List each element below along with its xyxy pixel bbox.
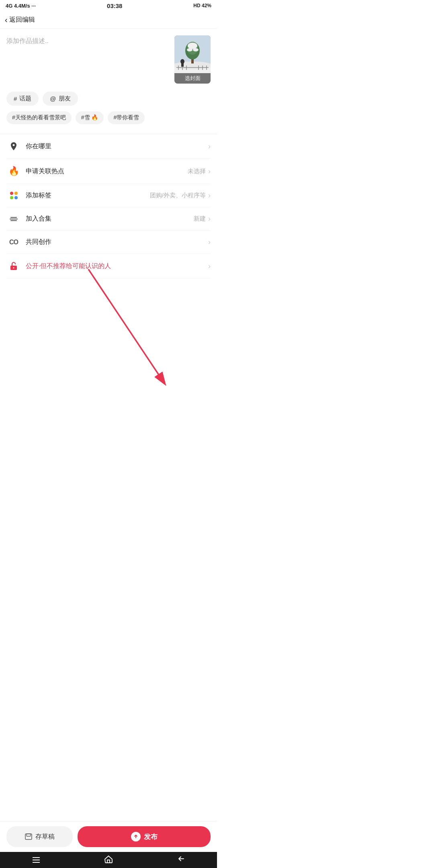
hotpoint-arrow-icon: › xyxy=(208,167,211,176)
collab-arrow-icon: › xyxy=(208,238,211,246)
collection-label: 加入合集 xyxy=(26,215,194,223)
fire-icon: 🔥 xyxy=(6,166,21,176)
mention-button[interactable]: @ 朋友 xyxy=(43,92,78,106)
location-icon xyxy=(6,141,21,151)
back-button[interactable]: ‹ 返回编辑 xyxy=(5,15,35,25)
description-input[interactable]: 添加作品描述.. xyxy=(6,35,170,84)
hashtag-label: 话题 xyxy=(19,95,31,102)
status-left: 4G 4.4M/s ··· xyxy=(6,3,36,9)
menu-item-collab[interactable]: CO 共同创作 › xyxy=(6,231,211,254)
back-label: 返回编辑 xyxy=(9,16,35,24)
content-area: 添加作品描述.. xyxy=(0,29,217,126)
status-bar: 4G 4.4M/s ··· 03:38 HD 42% xyxy=(0,0,217,11)
back-arrow-icon: ‹ xyxy=(5,15,8,25)
collab-label: 共同创作 xyxy=(26,238,206,246)
svg-point-6 xyxy=(188,43,197,49)
bottom-spacer xyxy=(0,278,217,319)
status-time: 03:38 xyxy=(107,2,122,9)
menu-item-collection[interactable]: 加入合集 新建 › xyxy=(6,207,211,231)
tags-label: 添加标签 xyxy=(26,191,150,200)
layers-icon xyxy=(6,217,21,221)
location-arrow-icon: › xyxy=(208,142,211,151)
page-wrapper: 4G 4.4M/s ··· 03:38 HD 42% ‹ 返回编辑 添加作品描述… xyxy=(0,0,217,434)
menu-item-privacy[interactable]: 公开·但不推荐给可能认识的人 › xyxy=(6,254,211,278)
dots-icon xyxy=(6,192,21,199)
thumbnail-wrap[interactable]: 选封面 xyxy=(174,35,211,84)
hashtag-icon: # xyxy=(14,95,17,102)
menu-item-tags[interactable]: 添加标签 团购/外卖、小程序等 › xyxy=(6,184,211,207)
header: ‹ 返回编辑 xyxy=(0,11,217,29)
status-right: HD 42% xyxy=(193,3,211,8)
privacy-arrow-icon: › xyxy=(208,262,211,270)
tags-value: 团购/外卖、小程序等 xyxy=(150,192,206,199)
co-icon: CO xyxy=(6,239,21,246)
tag-buttons-row: # 话题 @ 朋友 xyxy=(6,92,211,106)
hashtag-button[interactable]: # 话题 xyxy=(6,92,39,106)
svg-point-8 xyxy=(193,48,199,51)
menu-item-location[interactable]: 你在哪里 › xyxy=(6,134,211,159)
hashtag-suggestions-row: #天怪热的看看雪景吧 #雪 🔥 #带你看雪 xyxy=(6,111,211,126)
tags-arrow-icon: › xyxy=(208,191,211,200)
svg-point-19 xyxy=(13,267,14,268)
svg-rect-17 xyxy=(181,63,184,67)
thumbnail-label[interactable]: 选封面 xyxy=(174,73,211,84)
lock-icon xyxy=(6,261,21,271)
privacy-label: 公开·但不推荐给可能认识的人 xyxy=(26,262,206,270)
hotpoint-label: 申请关联热点 xyxy=(26,167,188,176)
menu-list: 你在哪里 › 🔥 申请关联热点 未选择 › 添加标签 xyxy=(0,134,217,278)
collection-value: 新建 xyxy=(194,215,206,223)
location-label: 你在哪里 xyxy=(26,142,206,151)
menu-item-hotpoint[interactable]: 🔥 申请关联热点 未选择 › xyxy=(6,159,211,184)
svg-point-7 xyxy=(187,48,192,51)
mention-label: 朋友 xyxy=(59,95,71,102)
hotpoint-value: 未选择 xyxy=(188,168,206,175)
hashtag-chip-0[interactable]: #天怪热的看看雪景吧 xyxy=(6,111,72,124)
battery-text: HD 42% xyxy=(193,3,211,8)
mention-icon: @ xyxy=(50,95,56,102)
signal-text: 4G 4.4M/s ··· xyxy=(6,3,36,9)
hashtag-chip-1[interactable]: #雪 🔥 xyxy=(76,111,104,124)
hashtag-chip-2[interactable]: #带你看雪 xyxy=(108,111,145,124)
desc-section: 添加作品描述.. xyxy=(6,35,211,84)
collection-arrow-icon: › xyxy=(208,215,211,223)
